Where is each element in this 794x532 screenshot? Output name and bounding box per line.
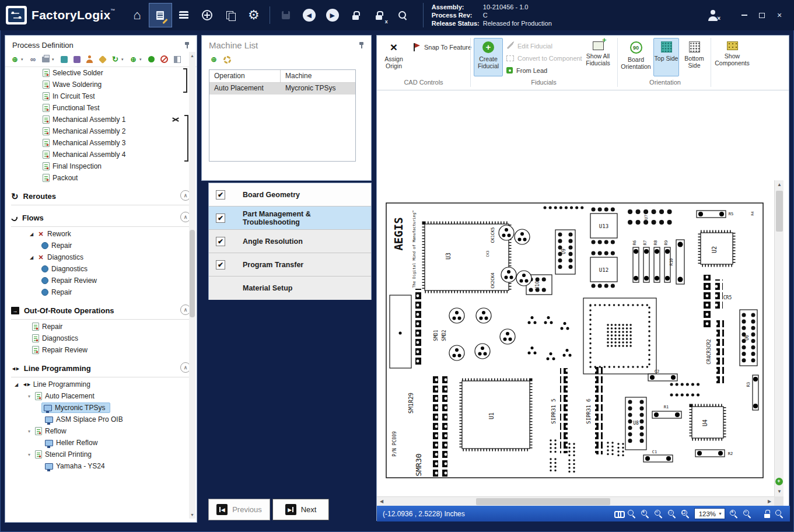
scroll-up-icon[interactable]: ▲ bbox=[189, 52, 195, 60]
zoom-selection-icon[interactable]: □ bbox=[667, 509, 677, 519]
link-scale-icon[interactable] bbox=[614, 511, 623, 517]
scrollbar-thumb[interactable] bbox=[190, 230, 195, 317]
format-icon[interactable] bbox=[98, 55, 106, 63]
top-side-button[interactable]: Top Side bbox=[653, 38, 679, 76]
regroup-icon[interactable] bbox=[61, 56, 68, 63]
oor-op-diagnostics[interactable]: Diagnostics bbox=[5, 332, 197, 344]
lp-machine-heller-reflow[interactable]: Heller Reflow bbox=[5, 437, 197, 449]
close-button[interactable]: × bbox=[775, 11, 783, 19]
reroutes-header[interactable]: ↻ Reroutes ∧ bbox=[11, 188, 191, 205]
line-programming-header[interactable]: ◄► Line Programming ∧ bbox=[11, 360, 191, 377]
process-op-wave-soldering[interactable]: Wave Soldering bbox=[5, 79, 197, 90]
checkbox-checked-icon[interactable]: ✔ bbox=[216, 190, 225, 200]
documents-button[interactable] bbox=[219, 4, 242, 27]
lp-stencil-printing[interactable]: ▾Stencil Printing bbox=[5, 449, 197, 460]
lp-root[interactable]: ◢◄►Line Programming bbox=[5, 379, 197, 390]
process-op-mechanical-assembly-1[interactable]: Mechanical Assembly 1 bbox=[5, 114, 197, 125]
zoom-out-step-icon[interactable]: − bbox=[743, 509, 752, 519]
scrollbar-thumb[interactable] bbox=[776, 191, 783, 232]
expander-icon[interactable]: ◢ bbox=[29, 232, 34, 237]
show-all-fiducials-button[interactable]: Show All Fiducials bbox=[582, 38, 614, 76]
start-node-icon[interactable] bbox=[148, 56, 155, 62]
checkbox-checked-icon[interactable]: ✔ bbox=[216, 237, 225, 246]
expander-icon[interactable]: ◢ bbox=[29, 255, 34, 260]
zoom-in-icon[interactable]: + bbox=[641, 509, 650, 519]
pin-icon[interactable] bbox=[184, 41, 191, 48]
convert-to-component-button[interactable]: Convert to Component bbox=[506, 52, 582, 64]
edit-fiducial-button[interactable]: Edit Fiducial bbox=[506, 40, 552, 51]
view-lock-icon[interactable] bbox=[764, 510, 771, 518]
from-lead-button[interactable]: From Lead bbox=[506, 65, 547, 76]
materials-button[interactable] bbox=[173, 4, 195, 27]
previous-button[interactable]: ◀ Previous bbox=[208, 499, 270, 520]
lock-button[interactable] bbox=[345, 4, 367, 27]
scroll-left-icon[interactable]: ◀ bbox=[377, 497, 386, 506]
flow-op-repair-review[interactable]: Repair Review bbox=[5, 275, 197, 286]
expander-icon[interactable]: ◢ bbox=[13, 382, 19, 387]
swap-icon[interactable] bbox=[172, 116, 179, 123]
add-operation-dropdown-icon[interactable]: ▾ bbox=[21, 57, 25, 62]
cad-vertical-scrollbar[interactable]: ▲ ▼ bbox=[774, 180, 783, 496]
flow-group-diagnostics[interactable]: ◢✕Diagnostics bbox=[5, 251, 197, 263]
zoom-level-select[interactable]: 123%▼ bbox=[694, 508, 725, 519]
pin-icon[interactable] bbox=[358, 41, 365, 48]
add-flow-icon[interactable]: ⊕ bbox=[128, 54, 138, 64]
expander-icon[interactable]: ▾ bbox=[26, 452, 32, 457]
home-button[interactable]: ⌂ bbox=[126, 4, 148, 27]
bottom-side-button[interactable]: Bottom Side bbox=[680, 38, 708, 76]
process-scrollbar[interactable]: ▲ ▼ bbox=[189, 52, 195, 519]
wizard-step-board-geometry[interactable]: ✔ Board Geometry bbox=[209, 183, 371, 206]
zoom-in-step-icon[interactable]: + bbox=[729, 509, 739, 519]
flow-op-repair[interactable]: Repair bbox=[5, 240, 197, 251]
lp-auto-placement[interactable]: ▾Auto Placement bbox=[5, 390, 197, 402]
flow-op-diagnostics[interactable]: Diagnostics bbox=[5, 263, 197, 275]
settings-button[interactable]: ⚙ bbox=[243, 4, 265, 27]
flow-group-rework[interactable]: ◢✕Rework bbox=[5, 228, 197, 240]
snap-to-feature-toggle[interactable]: Snap To Feature bbox=[413, 41, 471, 52]
out-of-route-header[interactable]: → Out-Of-Route Operations ∧ bbox=[11, 302, 191, 320]
process-op-mechanical-assembly-3[interactable]: Mechanical Assembly 3 bbox=[5, 137, 197, 149]
stop-node-icon[interactable] bbox=[160, 55, 168, 63]
lp-reflow[interactable]: ▾Reflow bbox=[5, 425, 197, 437]
maximize-button[interactable] bbox=[758, 11, 766, 19]
next-button[interactable]: ▶ Next bbox=[272, 499, 329, 520]
checkbox-checked-icon[interactable]: ✔ bbox=[216, 260, 225, 270]
board-orientation-button[interactable]: 90 Board Orientation bbox=[621, 38, 651, 76]
zoom-reset-button[interactable]: + bbox=[775, 478, 783, 485]
wizard-step-material-setup[interactable]: Material Setup bbox=[209, 276, 371, 300]
show-components-button[interactable]: Show Components bbox=[714, 38, 750, 76]
process-op-mechanical-assembly-2[interactable]: Mechanical Assembly 2 bbox=[5, 125, 197, 137]
panel-toggle-icon[interactable] bbox=[174, 56, 181, 63]
scroll-up-icon[interactable]: ▲ bbox=[775, 180, 784, 190]
navigator-button[interactable] bbox=[196, 4, 218, 27]
unlock-button[interactable]: x bbox=[368, 4, 390, 27]
oor-op-repair[interactable]: Repair bbox=[5, 321, 197, 332]
refresh-dropdown-icon[interactable]: ▾ bbox=[121, 57, 125, 62]
wizard-step-angle-resolution[interactable]: ✔ Angle Resolution bbox=[209, 230, 371, 253]
process-op-in-circuit-test[interactable]: In Circuit Test bbox=[5, 90, 197, 102]
component-icon[interactable] bbox=[74, 56, 81, 63]
machine-table-row[interactable]: Auto Placement Mycronic TPSys bbox=[209, 83, 355, 94]
back-button[interactable]: ◀ bbox=[298, 4, 320, 27]
wizard-step-program-transfer[interactable]: ✔ Program Transfer bbox=[209, 253, 371, 276]
process-op-selective-solder[interactable]: Selective Solder bbox=[5, 67, 197, 79]
zoom-lock-icon[interactable] bbox=[775, 509, 784, 519]
create-fiducial-button[interactable]: + Create Fiducial bbox=[474, 38, 503, 76]
lp-machine-asm-siplace[interactable]: ASM Siplace Pro OIB bbox=[5, 414, 197, 425]
cad-viewport[interactable]: AEGISThe Digital Mind of Manufacturing™P… bbox=[377, 180, 774, 496]
audit-search-button[interactable] bbox=[391, 4, 414, 27]
oor-op-repair-review[interactable]: Repair Review bbox=[5, 344, 197, 356]
cad-horizontal-scrollbar[interactable]: ◀ ▶ bbox=[377, 496, 774, 506]
pcb-canvas[interactable]: AEGISThe Digital Mind of Manufacturing™P… bbox=[377, 180, 774, 496]
zoom-fit-icon[interactable]: ◻ bbox=[681, 509, 690, 519]
scroll-down-icon[interactable]: ▼ bbox=[775, 487, 784, 496]
save-button[interactable] bbox=[275, 4, 297, 27]
zoom-window-icon[interactable] bbox=[627, 509, 636, 519]
wizard-step-part-management[interactable]: ✔ Part Management & Troubleshooting bbox=[209, 206, 371, 230]
scroll-right-icon[interactable]: ▶ bbox=[765, 497, 774, 506]
process-op-functional-test[interactable]: Functional Test bbox=[5, 102, 197, 114]
add-machine-icon[interactable]: ⊕ bbox=[209, 55, 219, 65]
assign-origin-button[interactable]: × Assign Origin bbox=[379, 38, 408, 76]
print-dropdown-icon[interactable]: ▾ bbox=[52, 57, 56, 62]
link-icon[interactable]: ∞ bbox=[30, 55, 36, 64]
